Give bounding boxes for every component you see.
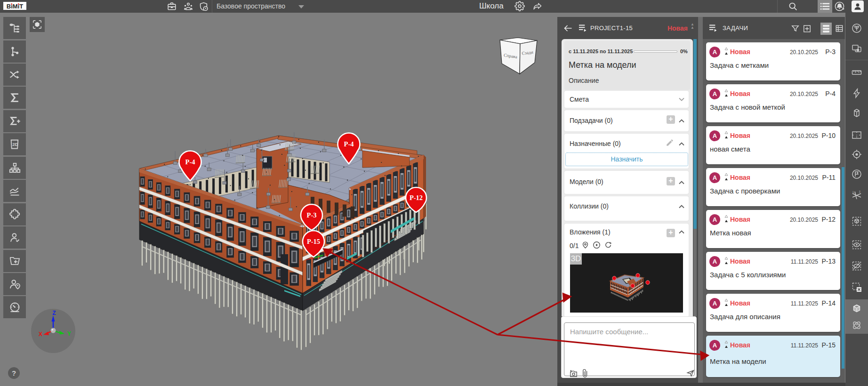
svg-text:P-3: P-3 [307, 211, 317, 219]
svg-text:2: 2 [859, 190, 860, 193]
svg-text:P-12: P-12 [410, 194, 423, 201]
svg-text:Z: Z [52, 310, 56, 316]
svg-text:P-15: P-15 [307, 238, 320, 245]
svg-text:1: 1 [852, 191, 854, 193]
svg-text:Y: Y [67, 330, 71, 337]
svg-text:P-4: P-4 [344, 140, 354, 148]
svg-text:P-4: P-4 [185, 158, 195, 166]
svg-text:X: X [39, 331, 42, 338]
